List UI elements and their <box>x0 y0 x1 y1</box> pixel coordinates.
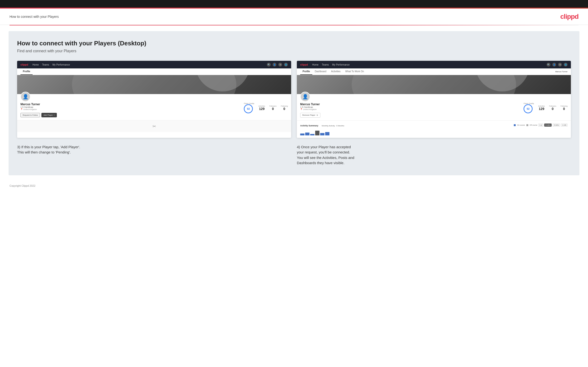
left-tab-profile[interactable]: Profile <box>20 68 33 75</box>
top-bar-accent <box>0 8 588 8</box>
right-user-icon[interactable]: 👤 <box>552 63 556 67</box>
left-quality-stat: Player Quality 92 <box>244 103 254 113</box>
right-mini-logo: clippd <box>300 63 308 66</box>
request-follow-button[interactable]: Request to Follow <box>20 113 40 117</box>
left-nav-performance[interactable]: My Performance <box>52 63 70 66</box>
left-profile-info: Marcus Turner 1-5 Handicap 📍 United King… <box>20 103 288 117</box>
left-tabs: Profile <box>17 68 291 75</box>
chart-bar-5 <box>320 133 324 135</box>
left-nav-links: Home Teams My Performance <box>32 63 70 66</box>
left-avatar: 👤 <box>20 92 30 102</box>
activity-subtitle: Monthly Activity · 6 Months <box>322 125 344 127</box>
right-nav-home[interactable]: Home <box>312 63 319 66</box>
right-tabs-bar: Profile Dashboard Activities What To Wor… <box>297 68 571 75</box>
globe-icon[interactable]: 🌐 <box>284 63 288 67</box>
right-player-handicap: 1-5 Handicap <box>300 106 519 108</box>
left-quality-circle: 92 <box>244 104 253 113</box>
activity-controls: On course Off course 1 yr 6 mths 3 mths … <box>514 124 568 127</box>
period-1yr[interactable]: 1 yr <box>538 124 544 127</box>
settings-icon[interactable]: ⚙ <box>278 63 282 67</box>
chart-bar-6 <box>325 132 329 135</box>
main-subheading: Find and connect with your Players <box>17 49 571 53</box>
page-footer: Copyright Clippd 2022 <box>0 181 588 192</box>
activity-title: Activity Summary <box>300 125 318 127</box>
right-avatar-icon: 👤 <box>302 94 308 100</box>
right-followers-stat: Followers 0 <box>549 105 556 111</box>
right-avatar: 👤 <box>300 92 310 102</box>
right-user-dropdown[interactable]: Marcus Turner <box>555 71 568 73</box>
right-quality-stat: Player Quality 92 <box>524 103 534 113</box>
left-bottom-area: ✂ <box>17 120 291 132</box>
right-profile-details: Marcus Turner 1-5 Handicap 📍 United King… <box>300 103 519 117</box>
right-tab-dashboard[interactable]: Dashboard <box>312 68 329 75</box>
left-action-buttons: Request to Follow Add Player + <box>20 113 239 117</box>
captions-row: 3) If this is your Player tap, 'Add Play… <box>17 144 571 166</box>
right-activities-stat: Activities 129 <box>538 105 545 111</box>
clippd-logo: clippd <box>560 13 579 20</box>
left-nav-teams[interactable]: Teams <box>42 63 49 66</box>
right-nav-performance[interactable]: My Performance <box>332 63 350 66</box>
right-profile-info: Marcus Turner 1-5 Handicap 📍 United King… <box>300 103 568 117</box>
left-stats: Player Quality 92 Activities 129 Followe… <box>244 103 288 113</box>
left-following-stat: Following 0 <box>281 105 288 111</box>
left-banner <box>17 75 291 94</box>
right-remove-area: Remove Player ✕ <box>300 112 519 117</box>
right-nav-icons: 🔍 👤 ⚙ 🌐 <box>547 63 568 67</box>
plus-icon: + <box>53 114 55 116</box>
caption-right: 4) Once your Player has acceptedyour req… <box>297 144 571 166</box>
right-mini-nav: clippd Home Teams My Performance 🔍 👤 ⚙ 🌐 <box>297 61 571 68</box>
add-player-button[interactable]: Add Player + <box>41 113 57 117</box>
left-profile-details: Marcus Turner 1-5 Handicap 📍 United King… <box>20 103 239 117</box>
activity-summary: Activity Summary Monthly Activity · 6 Mo… <box>297 120 571 138</box>
chart-bar-2 <box>305 133 310 135</box>
screenshot-right: clippd Home Teams My Performance 🔍 👤 ⚙ 🌐… <box>297 61 571 138</box>
right-tab-profile[interactable]: Profile <box>300 68 312 75</box>
right-tab-whattoworkon[interactable]: What To Work On <box>343 68 367 75</box>
period-6mths[interactable]: 6 mths <box>544 124 552 127</box>
right-tab-activities[interactable]: Activities <box>329 68 343 75</box>
page-title: How to connect with your Players <box>9 15 59 18</box>
right-quality-circle: 92 <box>524 104 533 113</box>
left-followers-stat: Followers 0 <box>269 105 277 111</box>
period-1mth[interactable]: 1 mth <box>561 124 568 127</box>
right-settings-icon[interactable]: ⚙ <box>558 63 562 67</box>
right-nav-links: Home Teams My Performance <box>312 63 350 66</box>
right-player-location: 📍 United Kingdom <box>300 108 519 110</box>
right-globe-icon[interactable]: 🌐 <box>564 63 568 67</box>
left-player-handicap: 1-5 Handicap <box>20 106 239 108</box>
scissors-icon: ✂ <box>153 124 156 129</box>
chart-bar-4 <box>315 131 320 135</box>
left-activities-stat: Activities 129 <box>259 105 265 111</box>
caption-left: 3) If this is your Player tap, 'Add Play… <box>17 144 291 166</box>
chart-bar-3 <box>310 134 314 135</box>
activity-chart <box>300 129 568 135</box>
right-profile-body: 👤 Marcus Turner 1-5 Handicap 📍 United Ki… <box>297 94 571 120</box>
remove-player-button[interactable]: Remove Player ✕ <box>300 113 320 117</box>
top-bar <box>0 0 588 8</box>
right-banner <box>297 75 571 94</box>
search-icon[interactable]: 🔍 <box>267 63 271 67</box>
activity-legend: On course Off course <box>514 124 537 126</box>
off-course-legend <box>526 124 528 126</box>
activity-title-group: Activity Summary Monthly Activity · 6 Mo… <box>300 123 344 127</box>
on-course-legend <box>514 124 516 126</box>
remove-x-icon: ✕ <box>316 114 318 117</box>
left-profile-body: 👤 Marcus Turner 1-5 Handicap 📍 United Ki… <box>17 94 291 120</box>
period-3mths[interactable]: 3 mths <box>553 124 560 127</box>
left-mini-nav: clippd Home Teams My Performance 🔍 👤 ⚙ 🌐 <box>17 61 291 68</box>
main-content: How to connect with your Players (Deskto… <box>9 31 579 175</box>
right-stats: Player Quality 92 Activities 129 Followe… <box>524 103 568 113</box>
right-search-icon[interactable]: 🔍 <box>547 63 550 67</box>
header-divider <box>9 25 579 25</box>
left-nav-home[interactable]: Home <box>32 63 39 66</box>
main-heading: How to connect with your Players (Deskto… <box>17 40 571 47</box>
left-mini-logo: clippd <box>20 63 28 66</box>
right-nav-teams[interactable]: Teams <box>322 63 329 66</box>
left-player-name: Marcus Turner <box>20 103 239 106</box>
location-pin-icon: 📍 <box>20 108 23 110</box>
left-avatar-icon: 👤 <box>23 94 28 100</box>
page-header: How to connect with your Players clippd <box>0 8 588 25</box>
screenshot-left: clippd Home Teams My Performance 🔍 👤 ⚙ 🌐… <box>17 61 291 138</box>
user-icon[interactable]: 👤 <box>273 63 277 67</box>
chart-bar-1 <box>300 133 304 135</box>
